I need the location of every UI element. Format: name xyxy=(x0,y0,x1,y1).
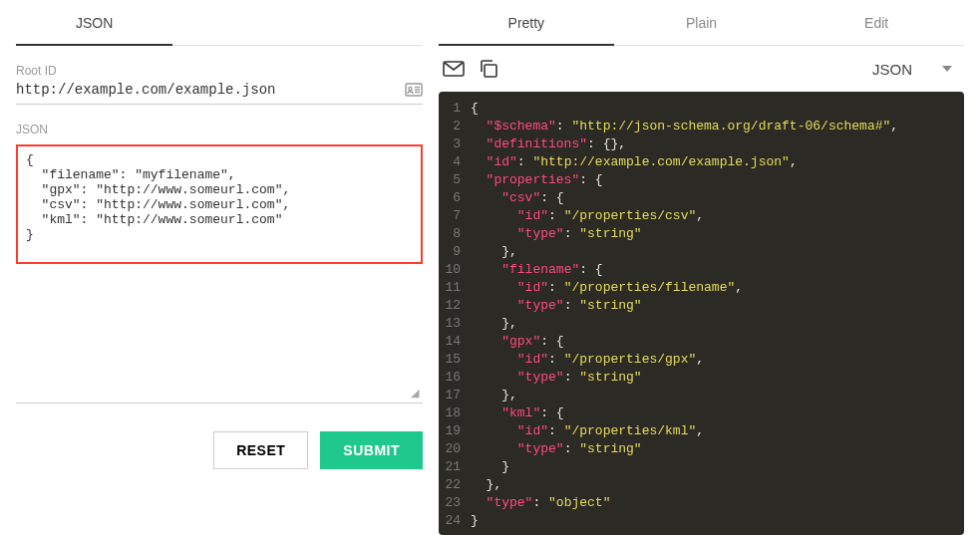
json-textarea-highlight xyxy=(16,144,423,264)
code-line: 13 }, xyxy=(439,315,964,333)
code-line: 12 "type": "string" xyxy=(439,297,964,315)
root-id-label: Root ID xyxy=(16,64,423,78)
code-content: "type": "object" xyxy=(471,494,610,512)
code-line: 19 "id": "/properties/kml", xyxy=(439,422,964,440)
code-content: "filename": { xyxy=(471,261,603,279)
submit-button[interactable]: SUBMIT xyxy=(320,431,423,469)
code-line: 11 "id": "/properties/filename", xyxy=(439,279,964,297)
code-line: 7 "id": "/properties/csv", xyxy=(439,207,964,225)
code-content: }, xyxy=(471,476,501,494)
code-content: "type": "string" xyxy=(471,225,642,243)
line-number: 2 xyxy=(439,118,471,135)
line-number: 22 xyxy=(439,476,471,494)
line-number: 13 xyxy=(439,315,471,333)
code-content: "id": "/properties/csv", xyxy=(471,207,704,225)
code-line: 24} xyxy=(439,512,964,530)
svg-point-1 xyxy=(409,87,412,90)
line-number: 7 xyxy=(439,207,471,225)
code-line: 3 "definitions": {}, xyxy=(439,135,964,153)
code-content: "id": "/properties/filename", xyxy=(471,279,743,297)
line-number: 16 xyxy=(439,369,471,387)
code-content: }, xyxy=(471,387,517,404)
code-content: "definitions": {}, xyxy=(471,135,626,153)
code-content: "type": "string" xyxy=(471,369,642,387)
code-line: 5 "properties": { xyxy=(439,171,964,189)
code-content: } xyxy=(471,512,479,530)
format-select-label: JSON xyxy=(872,61,912,78)
left-panel: JSON Root ID JSON ◢ RESET SUBMIT xyxy=(0,0,439,535)
code-content: "id": "http://example.com/example.json", xyxy=(471,153,798,171)
line-number: 12 xyxy=(439,297,471,315)
line-number: 18 xyxy=(439,404,471,422)
code-line: 1{ xyxy=(439,100,964,118)
line-number: 19 xyxy=(439,422,471,440)
button-row: RESET SUBMIT xyxy=(16,431,423,469)
code-content: "type": "string" xyxy=(471,297,642,315)
left-tabs: JSON xyxy=(16,0,423,46)
right-panel: PrettyPlainEdit JSON 1{2 "$schema": "htt… xyxy=(439,0,980,535)
code-content: "kml": { xyxy=(471,404,564,422)
line-number: 20 xyxy=(439,440,471,458)
json-textarea[interactable] xyxy=(26,152,413,256)
resize-handle-icon[interactable]: ◢ xyxy=(411,391,421,401)
format-select[interactable]: JSON xyxy=(872,61,960,78)
line-number: 8 xyxy=(439,225,471,243)
copy-icon[interactable] xyxy=(479,59,498,79)
code-line: 21 } xyxy=(439,458,964,476)
line-number: 6 xyxy=(439,189,471,207)
tab-plain[interactable]: Plain xyxy=(614,0,790,45)
chevron-down-icon xyxy=(942,66,952,72)
line-number: 24 xyxy=(439,512,471,530)
code-line: 16 "type": "string" xyxy=(439,369,964,387)
line-number: 1 xyxy=(439,100,471,118)
tab-json[interactable]: JSON xyxy=(16,0,172,45)
code-content: }, xyxy=(471,315,517,333)
code-content: } xyxy=(471,458,509,476)
code-line: 14 "gpx": { xyxy=(439,333,964,351)
code-content: "$schema": "http://json-schema.org/draft… xyxy=(471,118,898,135)
code-content: "gpx": { xyxy=(471,333,564,351)
code-line: 22 }, xyxy=(439,476,964,494)
code-content: "properties": { xyxy=(471,171,603,189)
tab-edit[interactable]: Edit xyxy=(789,0,964,45)
code-content: "csv": { xyxy=(471,189,564,207)
textarea-extension[interactable]: ◢ xyxy=(16,264,423,403)
code-line: 23 "type": "object" xyxy=(439,494,964,512)
code-content: "id": "/properties/kml", xyxy=(471,422,704,440)
line-number: 21 xyxy=(439,458,471,476)
right-tabs: PrettyPlainEdit xyxy=(439,0,964,46)
line-number: 17 xyxy=(439,387,471,404)
code-line: 17 }, xyxy=(439,387,964,404)
code-content: "type": "string" xyxy=(471,440,642,458)
line-number: 15 xyxy=(439,351,471,369)
code-line: 10 "filename": { xyxy=(439,261,964,279)
code-content: "id": "/properties/gpx", xyxy=(471,351,704,369)
code-content: }, xyxy=(471,243,517,261)
code-line: 18 "kml": { xyxy=(439,404,964,422)
code-line: 8 "type": "string" xyxy=(439,225,964,243)
reset-button[interactable]: RESET xyxy=(213,431,308,469)
code-line: 15 "id": "/properties/gpx", xyxy=(439,351,964,369)
svg-rect-6 xyxy=(485,65,496,77)
json-label: JSON xyxy=(16,123,423,136)
root-id-row xyxy=(16,82,423,105)
code-line: 4 "id": "http://example.com/example.json… xyxy=(439,153,964,171)
line-number: 3 xyxy=(439,135,471,153)
root-id-input[interactable] xyxy=(16,82,405,98)
line-number: 4 xyxy=(439,153,471,171)
line-number: 5 xyxy=(439,171,471,189)
code-content: { xyxy=(471,100,479,118)
line-number: 10 xyxy=(439,261,471,279)
code-line: 9 }, xyxy=(439,243,964,261)
code-output[interactable]: 1{2 "$schema": "http://json-schema.org/d… xyxy=(439,92,964,535)
line-number: 9 xyxy=(439,243,471,261)
line-number: 11 xyxy=(439,279,471,297)
tab-pretty[interactable]: Pretty xyxy=(439,0,614,45)
mail-icon[interactable] xyxy=(443,61,465,77)
line-number: 23 xyxy=(439,494,471,512)
line-number: 14 xyxy=(439,333,471,351)
id-card-icon[interactable] xyxy=(405,83,423,97)
code-line: 20 "type": "string" xyxy=(439,440,964,458)
code-line: 2 "$schema": "http://json-schema.org/dra… xyxy=(439,118,964,135)
output-toolbar: JSON xyxy=(439,46,964,92)
